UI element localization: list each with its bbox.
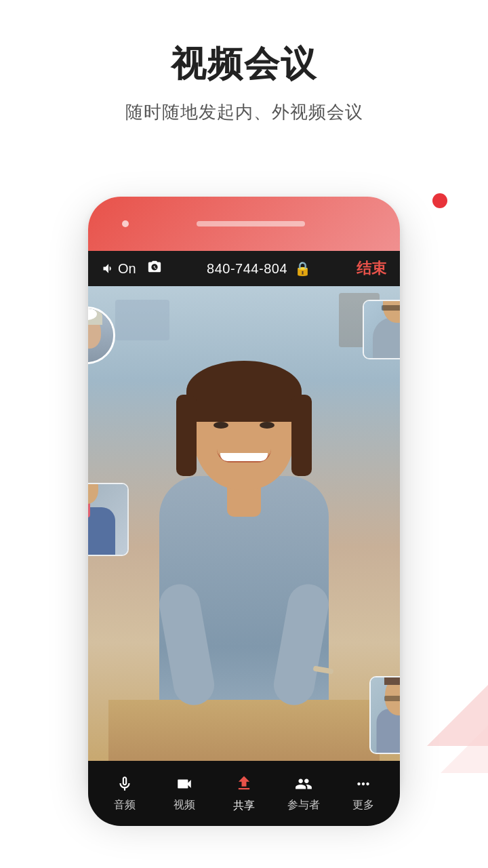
phone-notch-bar: [197, 221, 305, 226]
participants-icon: [295, 775, 312, 795]
video-area: [88, 286, 400, 761]
more-label: 更多: [352, 798, 374, 812]
phone-notch-dot: [122, 220, 129, 227]
mic-icon: [116, 775, 134, 795]
main-person-container: [149, 354, 339, 761]
camera-rotate-button[interactable]: [147, 259, 162, 278]
audio-on-label: On: [118, 261, 136, 277]
participant-thumb-3[interactable]: [88, 483, 129, 556]
hair-top: [186, 361, 302, 422]
toolbar-share[interactable]: 共享: [220, 774, 268, 813]
phone-toolbar: 音频 视频 共享 参与者: [88, 761, 400, 826]
page-title: 视频会议: [0, 41, 488, 88]
eye-left: [214, 422, 228, 429]
participant-thumb-4[interactable]: [369, 676, 400, 754]
toolbar-more[interactable]: 更多: [340, 775, 387, 812]
bg-triangle-2: [441, 719, 488, 773]
end-meeting-button[interactable]: 结束: [357, 258, 386, 279]
participant-thumb-1[interactable]: [88, 307, 115, 364]
phone-topbar: [88, 197, 400, 251]
bg-triangle-1: [427, 665, 488, 746]
page-subtitle: 随时随地发起内、外视频会议: [0, 100, 488, 124]
more-icon: [354, 775, 372, 795]
phone-statusbar: On 840-744-804 🔒 结束: [88, 251, 400, 286]
share-up-icon: [235, 774, 253, 796]
page-header: 视频会议 随时随地发起内、外视频会议: [0, 41, 488, 124]
audio-label: 音频: [114, 798, 136, 812]
desk: [108, 700, 380, 761]
video-label: 视频: [174, 798, 195, 812]
phone-mockup: On 840-744-804 🔒 结束: [88, 197, 400, 807]
video-camera-icon: [176, 775, 193, 795]
hair-left: [176, 395, 197, 476]
participant-thumb-2[interactable]: [363, 300, 400, 359]
meeting-id: 840-744-804 🔒: [173, 260, 346, 277]
lock-icon: 🔒: [294, 261, 312, 276]
camera-rotate-icon: [147, 259, 162, 274]
bg-chair: [115, 300, 169, 340]
share-label: 共享: [233, 799, 255, 813]
teeth: [220, 453, 268, 461]
participants-label: 参与者: [287, 798, 320, 812]
eye-right: [260, 422, 274, 429]
audio-status[interactable]: On: [102, 261, 136, 277]
bg-accent-dot: [432, 193, 447, 208]
person-head: [193, 368, 295, 490]
speaker-icon: [102, 262, 115, 275]
toolbar-audio[interactable]: 音频: [101, 775, 148, 812]
toolbar-video[interactable]: 视频: [161, 775, 208, 812]
toolbar-participants[interactable]: 参与者: [280, 775, 327, 812]
hair-right: [291, 395, 312, 476]
